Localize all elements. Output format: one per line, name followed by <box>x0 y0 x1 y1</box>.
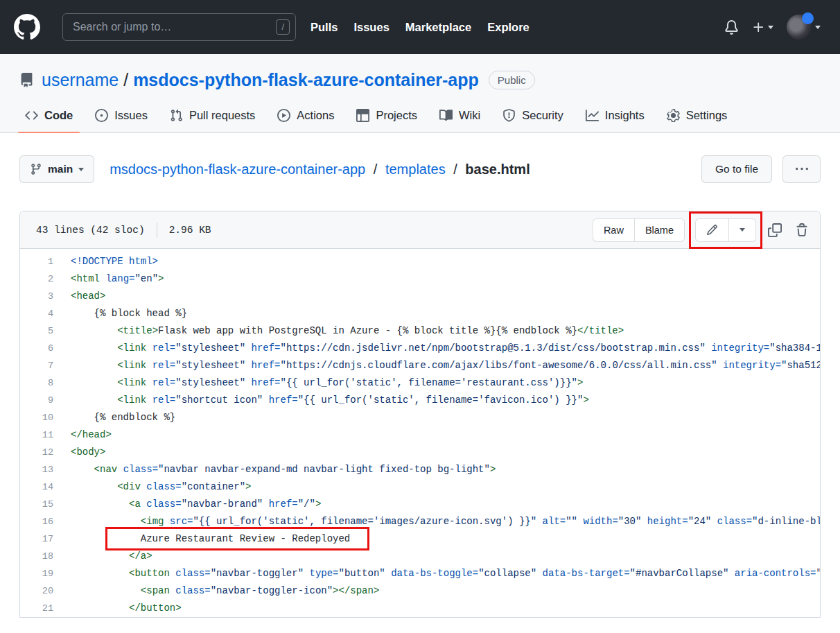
code-line: 10 {% endblock %} <box>20 409 820 426</box>
notification-dot <box>802 12 814 24</box>
file-header-bar: 43 lines (42 sloc) 2.96 KB Raw Blame <box>20 211 820 249</box>
file-nav-actions: Go to file <box>701 155 821 183</box>
code-line: 2<html lang="en"> <box>20 270 820 288</box>
delete-file-button[interactable] <box>795 223 809 237</box>
user-menu-button[interactable] <box>787 15 821 40</box>
code-text: </a> <box>53 548 152 565</box>
line-number[interactable]: 16 <box>20 513 53 530</box>
file-size: 2.96 KB <box>169 225 211 236</box>
line-number[interactable]: 3 <box>20 288 53 305</box>
line-number[interactable]: 2 <box>20 270 53 288</box>
settings-gear-icon <box>667 109 680 122</box>
pencil-icon <box>706 224 718 236</box>
code-text: <html lang="en"> <box>53 270 164 288</box>
file-lines-info: 43 lines (42 sloc) <box>36 225 145 236</box>
repo-title-row: username / msdocs-python-flask-azure-con… <box>0 54 840 90</box>
chevron-down-icon <box>815 26 821 29</box>
breadcrumb-separator: / <box>374 162 378 177</box>
raw-button[interactable]: Raw <box>593 219 634 241</box>
line-number[interactable]: 12 <box>20 444 53 461</box>
line-number[interactable]: 9 <box>20 392 53 409</box>
line-number[interactable]: 21 <box>20 600 53 617</box>
chevron-down-icon <box>768 26 773 29</box>
nav-issues[interactable]: Issues <box>353 21 389 34</box>
line-number[interactable]: 1 <box>20 253 53 270</box>
github-logo-icon[interactable] <box>14 14 40 40</box>
tab-label: Actions <box>297 109 334 122</box>
tab-security[interactable]: Security <box>496 100 570 132</box>
code-text: <head> <box>53 288 105 305</box>
code-line: 9 <link rel="shortcut icon" href="{{ url… <box>20 392 820 409</box>
tab-settings[interactable]: Settings <box>660 100 735 132</box>
nav-pulls[interactable]: Pulls <box>310 21 338 34</box>
line-number[interactable]: 15 <box>20 496 53 513</box>
nav-marketplace[interactable]: Marketplace <box>405 21 471 34</box>
code-text: <link rel="stylesheet" href="{{ url_for(… <box>53 374 583 392</box>
tab-code[interactable]: Code <box>18 100 80 132</box>
code-text: <link rel="stylesheet" href="https://cdn… <box>53 357 821 374</box>
line-number[interactable]: 7 <box>20 357 53 374</box>
github-header: / Pulls Issues Marketplace Explore <box>0 0 840 54</box>
search-box[interactable]: / <box>62 13 296 41</box>
code-text: <span class="navbar-toggler-icon"></span… <box>53 582 379 600</box>
code-line: 6 <link rel="stylesheet" href="https://c… <box>20 340 820 357</box>
code-line: 16 <img src="{{ url_for('static', filena… <box>20 513 820 530</box>
edit-dropdown-button[interactable] <box>728 219 755 241</box>
chevron-down-icon <box>78 168 84 171</box>
code-line: 14 <div class="container"> <box>20 478 820 496</box>
line-number[interactable]: 10 <box>20 409 53 426</box>
code-line: 13 <nav class="navbar navbar-expand-md n… <box>20 461 820 478</box>
tab-issues[interactable]: Issues <box>88 100 155 132</box>
line-number[interactable]: 11 <box>20 426 53 444</box>
code-line: 5 <title>Flask web app with PostgreSQL i… <box>20 322 820 340</box>
file-info: 43 lines (42 sloc) 2.96 KB <box>31 223 211 238</box>
go-to-file-button[interactable]: Go to file <box>701 155 772 183</box>
repo-owner-link[interactable]: username <box>42 70 119 90</box>
code-text: </head> <box>53 426 112 444</box>
branch-selector[interactable]: main <box>19 155 94 183</box>
line-number[interactable]: 20 <box>20 582 53 600</box>
actions-icon <box>277 109 290 122</box>
blame-button[interactable]: Blame <box>634 219 684 241</box>
repo-tabs: Code Issues Pull requests Actions Projec… <box>0 100 840 133</box>
line-number[interactable]: 6 <box>20 340 53 357</box>
line-number[interactable]: 13 <box>20 461 53 478</box>
tab-projects[interactable]: Projects <box>349 100 424 132</box>
code-line: 7 <link rel="stylesheet" href="https://c… <box>20 357 820 374</box>
line-number[interactable]: 19 <box>20 565 53 582</box>
code-text: <nav class="navbar navbar-expand-md navb… <box>53 461 496 478</box>
plus-icon <box>752 21 765 34</box>
edit-file-button[interactable] <box>696 219 728 241</box>
tab-label: Code <box>44 109 73 122</box>
line-number[interactable]: 5 <box>20 322 53 340</box>
tab-label: Projects <box>376 109 417 122</box>
search-input[interactable] <box>73 21 276 33</box>
code-line: 18 </a> <box>20 548 820 565</box>
tab-pull-requests[interactable]: Pull requests <box>163 100 262 132</box>
tab-actions[interactable]: Actions <box>270 100 341 132</box>
line-number[interactable]: 8 <box>20 374 53 392</box>
bell-icon[interactable] <box>724 20 739 35</box>
line-number[interactable]: 17 <box>20 530 53 548</box>
create-new-button[interactable] <box>752 21 773 34</box>
breadcrumb-repo-link[interactable]: msdocs-python-flask-azure-container-app <box>110 162 365 177</box>
line-number[interactable]: 14 <box>20 478 53 496</box>
code-line: 19 <button class="navbar-toggler" type="… <box>20 565 820 582</box>
code-text: {% endblock %} <box>53 409 175 426</box>
kebab-icon <box>796 163 808 175</box>
search-slash-key: / <box>276 19 290 35</box>
nav-explore[interactable]: Explore <box>487 21 530 34</box>
tab-wiki[interactable]: Wiki <box>432 100 487 132</box>
code-line: 21 </button> <box>20 600 820 617</box>
tab-label: Pull requests <box>189 109 255 122</box>
copy-file-button[interactable] <box>768 223 782 237</box>
code-text: <!DOCTYPE html> <box>53 253 158 270</box>
code-line: 12<body> <box>20 444 820 461</box>
more-options-button[interactable] <box>782 155 821 183</box>
trash-icon <box>795 223 809 237</box>
repo-name-link[interactable]: msdocs-python-flask-azure-container-app <box>133 70 479 90</box>
line-number[interactable]: 18 <box>20 548 53 565</box>
tab-insights[interactable]: Insights <box>579 100 651 132</box>
breadcrumb-templates-link[interactable]: templates <box>385 162 446 177</box>
line-number[interactable]: 4 <box>20 305 53 322</box>
